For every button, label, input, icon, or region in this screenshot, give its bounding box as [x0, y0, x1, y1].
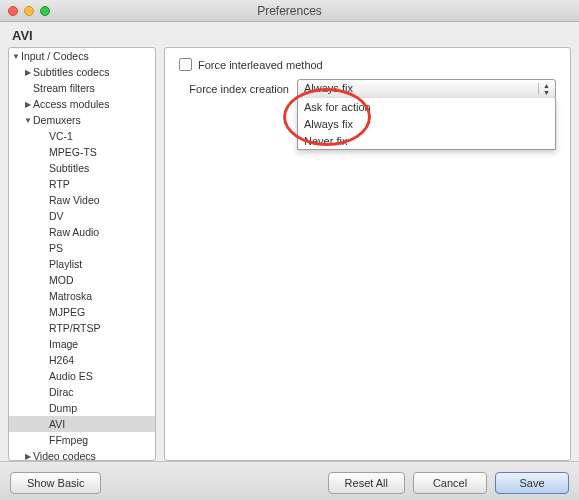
dropdown-popup: Ask for actionAlways fixNever fix	[297, 98, 556, 150]
footer: Show Basic Reset All Cancel Save	[0, 461, 579, 500]
sidebar-item-label: FFmpeg	[49, 434, 88, 446]
sidebar-item[interactable]: Raw Audio	[9, 224, 155, 240]
reset-all-button[interactable]: Reset All	[328, 472, 405, 494]
sidebar-item[interactable]: Raw Video	[9, 192, 155, 208]
sidebar-item-label: Subtitles codecs	[33, 66, 109, 78]
dropdown-selected-text: Always fix	[304, 82, 353, 94]
sidebar-scroll[interactable]: ▼Input / Codecs▶Subtitles codecsStream f…	[9, 48, 155, 460]
chevron-right-icon: ▶	[23, 68, 33, 77]
sidebar-item-label: MOD	[49, 274, 74, 286]
sidebar-item-label: H264	[49, 354, 74, 366]
sidebar-item[interactable]: Matroska	[9, 288, 155, 304]
sidebar-item-label: PS	[49, 242, 63, 254]
sidebar-item-label: Input / Codecs	[21, 50, 89, 62]
sidebar-item[interactable]: Subtitles	[9, 160, 155, 176]
sidebar-item-label: RTP	[49, 178, 70, 190]
sidebar-item[interactable]: Audio ES	[9, 368, 155, 384]
sidebar-item-label: Audio ES	[49, 370, 93, 382]
window-title: Preferences	[0, 4, 579, 18]
sidebar-item[interactable]: ▶Subtitles codecs	[9, 64, 155, 80]
dropdown-option[interactable]: Always fix	[298, 115, 555, 132]
chevron-updown-icon: ▲▼	[543, 82, 550, 96]
save-button[interactable]: Save	[495, 472, 569, 494]
sidebar-item[interactable]: MOD	[9, 272, 155, 288]
dropdown-selected[interactable]: Always fix ▲▼	[297, 79, 556, 99]
chevron-down-icon: ▼	[23, 116, 33, 125]
sidebar-item[interactable]: RTP	[9, 176, 155, 192]
sidebar-item-label: Dump	[49, 402, 77, 414]
sidebar-item-label: Raw Audio	[49, 226, 99, 238]
sidebar-item-label: Video codecs	[33, 450, 96, 460]
sidebar-item[interactable]: ▶Access modules	[9, 96, 155, 112]
show-basic-button[interactable]: Show Basic	[10, 472, 101, 494]
sidebar-item-label: AVI	[49, 418, 65, 430]
sidebar-item[interactable]: RTP/RTSP	[9, 320, 155, 336]
sidebar-item-label: Matroska	[49, 290, 92, 302]
sidebar-item[interactable]: VC-1	[9, 128, 155, 144]
sidebar-item[interactable]: Dirac	[9, 384, 155, 400]
chevron-right-icon: ▶	[23, 100, 33, 109]
sidebar-item[interactable]: Image	[9, 336, 155, 352]
sidebar-item[interactable]: Dump	[9, 400, 155, 416]
dropdown-option[interactable]: Ask for action	[298, 98, 555, 115]
sidebar-item[interactable]: MJPEG	[9, 304, 155, 320]
settings-panel: Force interleaved method Force index cre…	[164, 47, 571, 461]
sidebar-item[interactable]: FFmpeg	[9, 432, 155, 448]
sidebar-item-label: VC-1	[49, 130, 73, 142]
sidebar-item-label: MJPEG	[49, 306, 85, 318]
chevron-down-icon: ▼	[11, 52, 21, 61]
sidebar-item[interactable]: ▶Video codecs	[9, 448, 155, 460]
sidebar-item-label: Playlist	[49, 258, 82, 270]
sidebar-item[interactable]: Playlist	[9, 256, 155, 272]
force-index-label: Force index creation	[179, 83, 297, 95]
sidebar-item-label: MPEG-TS	[49, 146, 97, 158]
sidebar-item-label: Access modules	[33, 98, 109, 110]
sidebar-item[interactable]: MPEG-TS	[9, 144, 155, 160]
sidebar-item[interactable]: ▼Input / Codecs	[9, 48, 155, 64]
sidebar: ▼Input / Codecs▶Subtitles codecsStream f…	[8, 47, 156, 461]
sidebar-item[interactable]: H264	[9, 352, 155, 368]
sidebar-item-label: Stream filters	[33, 82, 95, 94]
page-title: AVI	[0, 22, 579, 47]
sidebar-item[interactable]: Stream filters	[9, 80, 155, 96]
sidebar-item-label: Raw Video	[49, 194, 100, 206]
sidebar-item[interactable]: DV	[9, 208, 155, 224]
titlebar: Preferences	[0, 0, 579, 22]
force-interleaved-label: Force interleaved method	[198, 59, 323, 71]
sidebar-item-label: Demuxers	[33, 114, 81, 126]
sidebar-item[interactable]: AVI	[9, 416, 155, 432]
dropdown-option[interactable]: Never fix	[298, 132, 555, 149]
cancel-button[interactable]: Cancel	[413, 472, 487, 494]
chevron-right-icon: ▶	[23, 452, 33, 461]
sidebar-item-label: Subtitles	[49, 162, 89, 174]
sidebar-item[interactable]: ▼Demuxers	[9, 112, 155, 128]
sidebar-item-label: RTP/RTSP	[49, 322, 101, 334]
force-interleaved-checkbox[interactable]	[179, 58, 192, 71]
sidebar-item[interactable]: PS	[9, 240, 155, 256]
sidebar-item-label: Dirac	[49, 386, 74, 398]
sidebar-item-label: DV	[49, 210, 64, 222]
sidebar-item-label: Image	[49, 338, 78, 350]
force-index-dropdown[interactable]: Always fix ▲▼ Ask for actionAlways fixNe…	[297, 79, 556, 99]
